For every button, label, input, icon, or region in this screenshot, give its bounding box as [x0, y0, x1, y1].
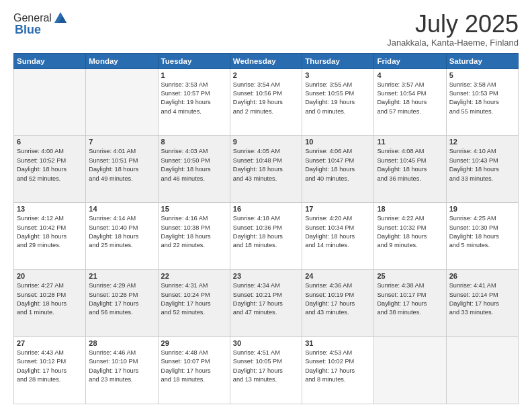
day-details: Sunrise: 4:00 AM Sunset: 10:52 PM Daylig…: [17, 147, 83, 183]
col-monday: Monday: [86, 53, 158, 68]
day-details: Sunrise: 4:22 AM Sunset: 10:32 PM Daylig…: [377, 214, 443, 250]
col-wednesday: Wednesday: [230, 53, 302, 68]
day-details: Sunrise: 4:46 AM Sunset: 10:10 PM Daylig…: [89, 349, 154, 384]
table-row: 13Sunrise: 4:12 AM Sunset: 10:42 PM Dayl…: [14, 203, 86, 270]
day-details: Sunrise: 4:41 AM Sunset: 10:14 PM Daylig…: [449, 281, 515, 317]
day-number: 6: [17, 138, 83, 146]
table-row: [374, 337, 446, 404]
table-row: 24Sunrise: 4:36 AM Sunset: 10:19 PM Dayl…: [302, 270, 374, 337]
page: General Blue July 2025 Janakkala, Kanta-…: [0, 0, 532, 411]
day-number: 22: [161, 272, 227, 280]
day-number: 18: [377, 205, 443, 213]
day-number: 30: [233, 339, 299, 347]
day-number: 9: [233, 138, 299, 146]
day-details: Sunrise: 3:55 AM Sunset: 10:55 PM Daylig…: [305, 81, 371, 116]
month-title: July 2025: [387, 11, 519, 38]
table-row: 1Sunrise: 3:53 AM Sunset: 10:57 PM Dayli…: [158, 68, 230, 136]
day-number: 27: [17, 339, 83, 347]
day-number: 5: [449, 71, 515, 79]
calendar-header-row: Sunday Monday Tuesday Wednesday Thursday…: [14, 53, 519, 68]
day-number: 19: [449, 205, 515, 213]
day-details: Sunrise: 4:48 AM Sunset: 10:07 PM Daylig…: [161, 349, 227, 384]
table-row: 26Sunrise: 4:41 AM Sunset: 10:14 PM Dayl…: [446, 270, 518, 337]
day-number: 10: [305, 138, 371, 146]
logo-icon: [53, 11, 68, 26]
table-row: 8Sunrise: 4:03 AM Sunset: 10:50 PM Dayli…: [158, 136, 230, 203]
table-row: 7Sunrise: 4:01 AM Sunset: 10:51 PM Dayli…: [86, 136, 158, 203]
table-row: 21Sunrise: 4:29 AM Sunset: 10:26 PM Dayl…: [86, 270, 158, 337]
col-thursday: Thursday: [302, 53, 374, 68]
day-details: Sunrise: 4:38 AM Sunset: 10:17 PM Daylig…: [377, 281, 443, 317]
day-details: Sunrise: 4:08 AM Sunset: 10:45 PM Daylig…: [377, 147, 443, 183]
day-details: Sunrise: 4:36 AM Sunset: 10:19 PM Daylig…: [305, 281, 371, 317]
day-number: 1: [161, 71, 227, 79]
table-row: 12Sunrise: 4:10 AM Sunset: 10:43 PM Dayl…: [446, 136, 518, 203]
table-row: 16Sunrise: 4:18 AM Sunset: 10:36 PM Dayl…: [230, 203, 302, 270]
col-friday: Friday: [374, 53, 446, 68]
calendar-week-row: 1Sunrise: 3:53 AM Sunset: 10:57 PM Dayli…: [14, 68, 519, 136]
day-details: Sunrise: 3:57 AM Sunset: 10:54 PM Daylig…: [377, 81, 443, 116]
day-details: Sunrise: 4:51 AM Sunset: 10:05 PM Daylig…: [233, 349, 299, 384]
day-number: 28: [89, 339, 154, 347]
title-block: July 2025 Janakkala, Kanta-Haeme, Finlan…: [387, 11, 519, 48]
day-number: 29: [161, 339, 227, 347]
table-row: 29Sunrise: 4:48 AM Sunset: 10:07 PM Dayl…: [158, 337, 230, 404]
day-details: Sunrise: 4:20 AM Sunset: 10:34 PM Daylig…: [305, 214, 371, 250]
day-number: 15: [161, 205, 227, 213]
day-number: 24: [305, 272, 371, 280]
day-details: Sunrise: 4:43 AM Sunset: 10:12 PM Daylig…: [17, 349, 83, 384]
day-details: Sunrise: 4:06 AM Sunset: 10:47 PM Daylig…: [305, 147, 371, 183]
table-row: [14, 68, 86, 136]
calendar-table: Sunday Monday Tuesday Wednesday Thursday…: [13, 53, 519, 404]
logo: General Blue: [13, 11, 68, 37]
table-row: 15Sunrise: 4:16 AM Sunset: 10:38 PM Dayl…: [158, 203, 230, 270]
day-details: Sunrise: 4:29 AM Sunset: 10:26 PM Daylig…: [89, 281, 154, 317]
day-number: 14: [89, 205, 154, 213]
table-row: 25Sunrise: 4:38 AM Sunset: 10:17 PM Dayl…: [374, 270, 446, 337]
col-saturday: Saturday: [446, 53, 518, 68]
col-sunday: Sunday: [14, 53, 86, 68]
day-number: 21: [89, 272, 154, 280]
day-details: Sunrise: 4:25 AM Sunset: 10:30 PM Daylig…: [449, 214, 515, 250]
table-row: 17Sunrise: 4:20 AM Sunset: 10:34 PM Dayl…: [302, 203, 374, 270]
day-details: Sunrise: 3:54 AM Sunset: 10:56 PM Daylig…: [233, 81, 299, 116]
day-number: 2: [233, 71, 299, 79]
day-details: Sunrise: 4:18 AM Sunset: 10:36 PM Daylig…: [233, 214, 299, 250]
day-number: 7: [89, 138, 154, 146]
table-row: 5Sunrise: 3:58 AM Sunset: 10:53 PM Dayli…: [446, 68, 518, 136]
day-number: 31: [305, 339, 371, 347]
table-row: 18Sunrise: 4:22 AM Sunset: 10:32 PM Dayl…: [374, 203, 446, 270]
day-details: Sunrise: 4:53 AM Sunset: 10:02 PM Daylig…: [305, 349, 371, 384]
table-row: [446, 337, 518, 404]
table-row: 31Sunrise: 4:53 AM Sunset: 10:02 PM Dayl…: [302, 337, 374, 404]
day-details: Sunrise: 4:03 AM Sunset: 10:50 PM Daylig…: [161, 147, 227, 183]
day-details: Sunrise: 4:27 AM Sunset: 10:28 PM Daylig…: [17, 281, 83, 317]
header: General Blue July 2025 Janakkala, Kanta-…: [13, 11, 519, 48]
calendar-week-row: 13Sunrise: 4:12 AM Sunset: 10:42 PM Dayl…: [14, 203, 519, 270]
day-number: 13: [17, 205, 83, 213]
table-row: 14Sunrise: 4:14 AM Sunset: 10:40 PM Dayl…: [86, 203, 158, 270]
day-details: Sunrise: 4:16 AM Sunset: 10:38 PM Daylig…: [161, 214, 227, 250]
table-row: 20Sunrise: 4:27 AM Sunset: 10:28 PM Dayl…: [14, 270, 86, 337]
calendar-week-row: 20Sunrise: 4:27 AM Sunset: 10:28 PM Dayl…: [14, 270, 519, 337]
day-number: 16: [233, 205, 299, 213]
table-row: 30Sunrise: 4:51 AM Sunset: 10:05 PM Dayl…: [230, 337, 302, 404]
table-row: 3Sunrise: 3:55 AM Sunset: 10:55 PM Dayli…: [302, 68, 374, 136]
day-details: Sunrise: 4:01 AM Sunset: 10:51 PM Daylig…: [89, 147, 154, 183]
table-row: [86, 68, 158, 136]
table-row: 22Sunrise: 4:31 AM Sunset: 10:24 PM Dayl…: [158, 270, 230, 337]
day-number: 17: [305, 205, 371, 213]
day-details: Sunrise: 4:31 AM Sunset: 10:24 PM Daylig…: [161, 281, 227, 317]
col-tuesday: Tuesday: [158, 53, 230, 68]
table-row: 10Sunrise: 4:06 AM Sunset: 10:47 PM Dayl…: [302, 136, 374, 203]
day-details: Sunrise: 4:05 AM Sunset: 10:48 PM Daylig…: [233, 147, 299, 183]
day-number: 8: [161, 138, 227, 146]
table-row: 19Sunrise: 4:25 AM Sunset: 10:30 PM Dayl…: [446, 203, 518, 270]
table-row: 4Sunrise: 3:57 AM Sunset: 10:54 PM Dayli…: [374, 68, 446, 136]
table-row: 11Sunrise: 4:08 AM Sunset: 10:45 PM Dayl…: [374, 136, 446, 203]
table-row: 28Sunrise: 4:46 AM Sunset: 10:10 PM Dayl…: [86, 337, 158, 404]
calendar-week-row: 27Sunrise: 4:43 AM Sunset: 10:12 PM Dayl…: [14, 337, 519, 404]
day-number: 26: [449, 272, 515, 280]
location: Janakkala, Kanta-Haeme, Finland: [387, 38, 519, 48]
day-details: Sunrise: 4:12 AM Sunset: 10:42 PM Daylig…: [17, 214, 83, 250]
